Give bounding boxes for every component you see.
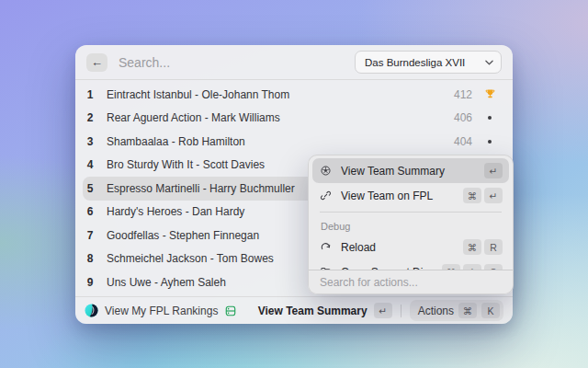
rank-dot-icon xyxy=(483,140,496,144)
menu-item-reload[interactable]: Reload ⌘ R xyxy=(312,235,509,259)
rank: 9 xyxy=(83,276,97,289)
divider xyxy=(401,305,401,317)
rank: 2 xyxy=(83,111,97,124)
rankings-icon xyxy=(224,305,237,317)
menu-search-placeholder: Search for actions... xyxy=(320,276,418,289)
back-button[interactable]: ← xyxy=(86,53,107,72)
trophy-icon xyxy=(483,88,496,100)
arrow-left-icon: ← xyxy=(91,55,103,69)
rank: 7 xyxy=(83,229,97,242)
cmd-key-badge: ⌘ xyxy=(463,188,481,203)
menu-section-debug: Debug xyxy=(312,216,509,235)
actions-menu: View Team Summary ↵ View Team on FPL ⌘ ↵… xyxy=(308,155,514,294)
score: 404 xyxy=(454,135,472,148)
return-key-badge: ↵ xyxy=(374,303,392,318)
return-key-badge: ↵ xyxy=(484,163,503,178)
k-key-badge: K xyxy=(481,303,500,318)
header: ← Search... Das Burndesliga XVII xyxy=(75,45,513,80)
menu-separator xyxy=(320,212,502,213)
team-name: Shambaalaa - Rob Hamilton xyxy=(107,135,454,148)
cmd-key-badge: ⌘ xyxy=(463,239,481,255)
command-title: View My FPL Rankings xyxy=(105,305,218,317)
team-name: Rear Aguerd Action - Mark Williams xyxy=(107,111,454,124)
return-key-badge: ↵ xyxy=(484,188,503,203)
rank: 5 xyxy=(83,182,97,195)
actions-button[interactable]: Actions ⌘ K xyxy=(410,300,503,321)
menu-item-label: View Team Summary xyxy=(341,165,476,178)
rank: 4 xyxy=(83,158,97,171)
reload-icon xyxy=(319,241,333,253)
score: 412 xyxy=(454,88,472,101)
search-input[interactable]: Search... xyxy=(119,55,344,70)
desktop-background: ← Search... Das Burndesliga XVII 1 Eintr… xyxy=(0,0,588,368)
league-dropdown[interactable]: Das Burndesliga XVII xyxy=(355,51,502,74)
rank: 1 xyxy=(83,88,97,101)
fpl-logo xyxy=(85,304,98,317)
menu-item-label: Reload xyxy=(341,241,455,254)
rank-dot-icon xyxy=(483,116,496,120)
score: 406 xyxy=(454,111,472,124)
rank: 8 xyxy=(83,252,97,265)
menu-search[interactable]: Search for actions... xyxy=(309,270,513,293)
actions-label: Actions xyxy=(418,305,454,317)
team-name: Eintracht Istanbul - Ole-Johann Thom xyxy=(107,88,454,101)
status-bar: View My FPL Rankings View Team Summary ↵… xyxy=(75,296,513,324)
list-item[interactable]: 1 Eintracht Istanbul - Ole-Johann Thom 4… xyxy=(83,83,505,107)
link-icon xyxy=(319,190,333,201)
list-item[interactable]: 2 Rear Aguerd Action - Mark Williams 406 xyxy=(83,107,505,131)
rank: 6 xyxy=(83,205,97,218)
list-item[interactable]: 3 Shambaalaa - Rob Hamilton 404 xyxy=(83,130,505,154)
menu-item-label: View Team on FPL xyxy=(341,190,455,202)
menu-item-view-team-summary[interactable]: View Team Summary ↵ xyxy=(312,158,509,183)
cmd-key-badge: ⌘ xyxy=(458,303,477,318)
primary-action-label[interactable]: View Team Summary xyxy=(258,305,368,317)
league-dropdown-value: Das Burndesliga XVII xyxy=(365,57,480,68)
menu-item-view-team-on-fpl[interactable]: View Team on FPL ⌘ ↵ xyxy=(312,183,509,208)
chevron-down-icon xyxy=(485,60,493,65)
rank: 3 xyxy=(83,135,97,148)
r-key-badge: R xyxy=(484,239,503,255)
soccer-ball-icon xyxy=(319,165,333,177)
